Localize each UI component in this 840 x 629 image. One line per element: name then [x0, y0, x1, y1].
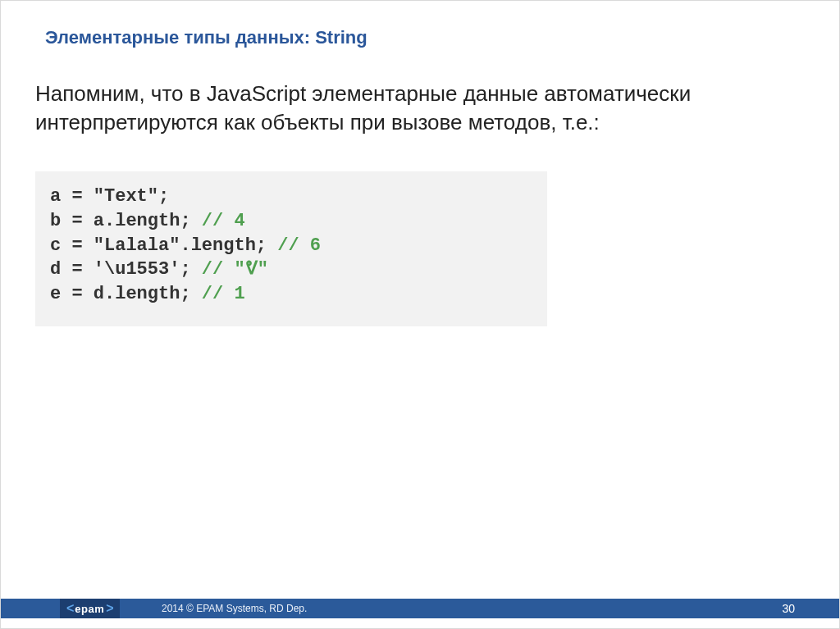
code-line: b = a.length;: [50, 211, 202, 231]
logo-text: epam: [75, 603, 104, 615]
slide-body: Напомним, что в JavaScript элементарные …: [1, 48, 839, 326]
page-number: 30: [782, 599, 795, 618]
code-line: e = d.length;: [50, 284, 202, 304]
code-line: d = '\u1553';: [50, 259, 202, 280]
copyright-text: 2014 © EPAM Systems, RD Dep.: [162, 599, 307, 618]
chevron-right-icon: >: [106, 601, 112, 616]
slide-title: Элементарные типы данных: String: [1, 1, 839, 48]
code-line: c = "Lalala".length;: [50, 235, 277, 256]
footer: < epam > 2014 © EPAM Systems, RD Dep. 30: [1, 599, 839, 628]
chevron-left-icon: <: [66, 601, 73, 616]
body-paragraph: Напомним, что в JavaScript элементарные …: [35, 80, 795, 137]
code-comment: // 4: [202, 211, 245, 231]
code-block: a = "Text"; b = a.length; // 4 c = "Lala…: [35, 171, 547, 326]
code-comment: // 6: [277, 235, 321, 256]
footer-bar: [1, 599, 839, 618]
slide: Элементарные типы данных: String Напомни…: [0, 0, 840, 629]
code-comment: // "ᕓ": [202, 259, 268, 280]
code-line: a = "Text";: [50, 186, 169, 207]
code-comment: // 1: [202, 284, 245, 304]
logo: < epam >: [60, 599, 120, 618]
